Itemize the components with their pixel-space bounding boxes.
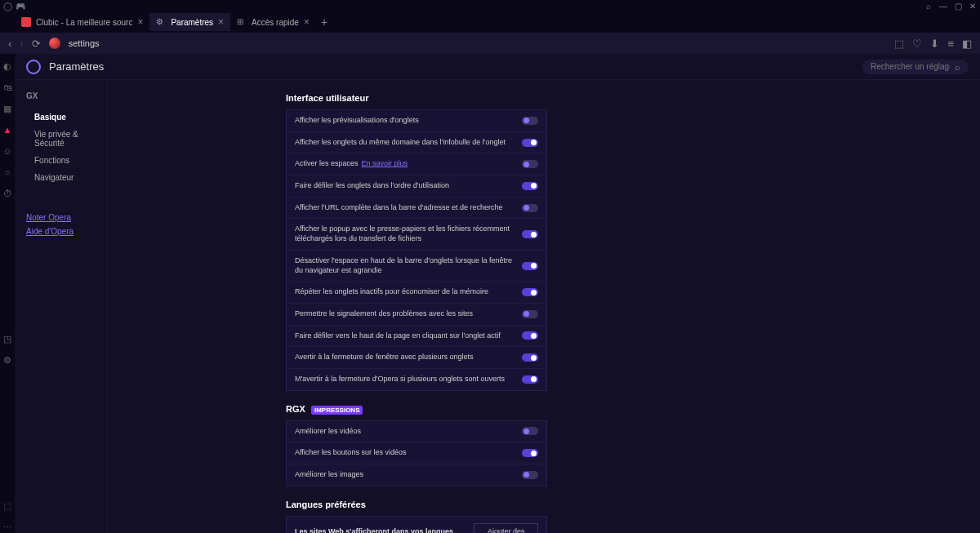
sidebar-item-browser[interactable]: Navigateur — [26, 169, 107, 186]
panel-langs: Les sites Web s'afficheront dans vos lan… — [286, 516, 547, 533]
toggle-switch[interactable] — [522, 449, 538, 457]
sidebar-item-features[interactable]: Fonctions — [26, 152, 107, 169]
addressbar: ‹ › ⟳ settings ⬚ ♡ ⬇ ≡ ◧ — [0, 33, 980, 54]
setting-row: Améliorer les images — [287, 464, 546, 486]
setting-row: Afficher les onglets du même domaine dan… — [287, 132, 546, 154]
site-icon[interactable] — [49, 38, 60, 49]
toggle-switch[interactable] — [522, 204, 538, 212]
setting-label: Améliorer les images — [295, 470, 522, 480]
left-rail: ◐ 🛍 ▦ ▲ ☺ ○ ⏱ ◳ ⚙ ⬚ ⋯ — [0, 54, 15, 533]
settings-sidebar: GX Basique Vie privée & Sécurité Fonctio… — [15, 80, 108, 533]
setting-row: M'avertir à la fermeture d'Opera si plus… — [287, 369, 546, 390]
controller-icon[interactable]: 🎮 — [16, 2, 24, 10]
toggle-switch[interactable] — [522, 139, 538, 147]
rail-extensions-icon[interactable]: ◳ — [2, 334, 13, 345]
panel-rgx: Améliorer les vidéosAfficher les boutons… — [286, 420, 547, 486]
opera-menu-icon[interactable]: ◯ — [3, 2, 11, 10]
setting-label: Améliorer les vidéos — [295, 427, 522, 437]
address-text[interactable]: settings — [69, 38, 100, 48]
setting-row: Afficher le popup avec le presse-papiers… — [287, 219, 546, 250]
sidebar-item-privacy[interactable]: Vie privée & Sécurité — [26, 126, 107, 152]
close-tab-icon[interactable]: × — [218, 16, 224, 28]
setting-label: Afficher le popup avec le presse-papiers… — [295, 224, 522, 243]
setting-label: Afficher les boutons sur les vidéos — [295, 448, 522, 458]
toggle-switch[interactable] — [522, 375, 538, 384]
setting-label: Répéter les onglets inactifs pour économ… — [295, 287, 522, 297]
rgx-label: RGX — [286, 404, 305, 414]
setting-label: Afficher l'URL complète dans la barre d'… — [295, 203, 522, 213]
setting-row: Avertir à la fermeture de fenêtre avec p… — [287, 347, 546, 369]
toggle-switch[interactable] — [522, 310, 538, 318]
profile-icon[interactable]: ◧ — [962, 38, 972, 50]
sidebar-link-rate[interactable]: Noter Opera — [26, 211, 107, 224]
setting-label: Faire défiler vers le haut de la page en… — [295, 331, 522, 341]
setting-label: Afficher les onglets du même domaine dan… — [295, 138, 522, 148]
download-icon[interactable]: ⬇ — [930, 38, 939, 50]
section-title-langs: Langues préférées — [286, 500, 980, 509]
rail-smile-icon[interactable]: ☺ — [2, 145, 13, 157]
sidebar-link-help[interactable]: Aide d'Opera — [26, 224, 107, 238]
tab-label: Paramètres — [171, 18, 213, 27]
tabstrip: Clubic - La meilleure sourc × ⚙ Paramètr… — [0, 11, 980, 33]
setting-label: Permettre le signalement des problèmes a… — [295, 309, 522, 319]
impressions-badge: IMPRESSIONS — [311, 406, 363, 415]
forward-button[interactable]: › — [20, 38, 23, 50]
sidebar-category: GX — [26, 91, 107, 100]
rail-flame-icon[interactable]: ▲ — [2, 124, 13, 135]
setting-row: Faire défiler vers le haut de la page en… — [287, 326, 546, 348]
setting-label: Activer les espacesEn savoir plus — [295, 159, 522, 169]
close-window-icon[interactable]: ✕ — [969, 2, 977, 10]
close-tab-icon[interactable]: × — [137, 16, 143, 28]
rail-clock-icon[interactable]: ⏱ — [2, 188, 13, 199]
minimize-icon[interactable]: — — [939, 2, 947, 10]
search-icon: ⌕ — [955, 62, 960, 72]
rail-shopping-icon[interactable]: 🛍 — [2, 82, 13, 93]
toggle-switch[interactable] — [522, 262, 538, 270]
maximize-icon[interactable]: ▢ — [954, 2, 962, 10]
rail-more-icon[interactable]: ⋯ — [2, 522, 13, 533]
snapshot-icon[interactable]: ⬚ — [894, 38, 904, 50]
sidebar-item-basic[interactable]: Basique — [26, 109, 107, 126]
toggle-switch[interactable] — [522, 353, 538, 362]
search-icon[interactable]: ⌕ — [924, 2, 933, 10]
rail-settings-icon[interactable]: ⚙ — [2, 355, 13, 366]
setting-label: Désactiver l'espace en haut de la barre … — [295, 256, 522, 275]
close-tab-icon[interactable]: × — [304, 16, 310, 28]
rail-gx-corner-icon[interactable]: ◐ — [2, 60, 13, 72]
easy-setup-icon[interactable]: ≡ — [947, 38, 954, 50]
toggle-switch[interactable] — [522, 230, 538, 238]
tab-settings[interactable]: ⚙ Paramètres × — [149, 13, 230, 31]
tab-label: Accès rapide — [252, 18, 299, 27]
toggle-switch[interactable] — [522, 160, 538, 168]
setting-row: Afficher l'URL complète dans la barre d'… — [287, 198, 546, 220]
page-title: Paramètres — [49, 60, 104, 73]
toggle-switch[interactable] — [522, 331, 538, 340]
tab-clubic[interactable]: Clubic - La meilleure sourc × — [15, 13, 149, 31]
heart-icon[interactable]: ♡ — [912, 38, 922, 50]
favicon-clubic — [21, 17, 31, 27]
setting-row: Afficher les boutons sur les vidéos — [287, 442, 546, 464]
rail-calendar-icon[interactable]: ▦ — [2, 103, 13, 114]
toggle-switch[interactable] — [522, 182, 538, 190]
tab-speeddial[interactable]: ⊞ Accès rapide × — [230, 13, 316, 31]
setting-row: Activer les espacesEn savoir plus — [287, 153, 546, 175]
toggle-switch[interactable] — [522, 288, 538, 296]
gear-icon: ⚙ — [156, 17, 166, 27]
setting-row: Faire défiler les onglets dans l'ordre d… — [287, 175, 546, 198]
search-settings-box[interactable]: ⌕ — [862, 60, 969, 74]
new-tab-button[interactable]: + — [321, 16, 327, 29]
setting-row: Permettre le signalement des problèmes a… — [287, 304, 546, 326]
add-languages-button[interactable]: Ajouter des langues — [474, 523, 538, 533]
reload-button[interactable]: ⟳ — [32, 38, 41, 50]
toggle-switch[interactable] — [522, 427, 538, 435]
tab-label: Clubic - La meilleure sourc — [36, 18, 132, 27]
toggle-switch[interactable] — [522, 117, 538, 125]
rail-pin-icon[interactable]: ⬚ — [2, 500, 13, 512]
back-button[interactable]: ‹ — [8, 38, 11, 50]
toggle-switch[interactable] — [522, 471, 538, 479]
search-input[interactable] — [871, 62, 950, 71]
panel-ui: Afficher les prévisualisations d'onglets… — [286, 109, 547, 391]
rail-circle-icon[interactable]: ○ — [2, 167, 13, 178]
setting-label: Afficher les prévisualisations d'onglets — [295, 116, 522, 126]
learn-more-link[interactable]: En savoir plus — [362, 159, 408, 167]
